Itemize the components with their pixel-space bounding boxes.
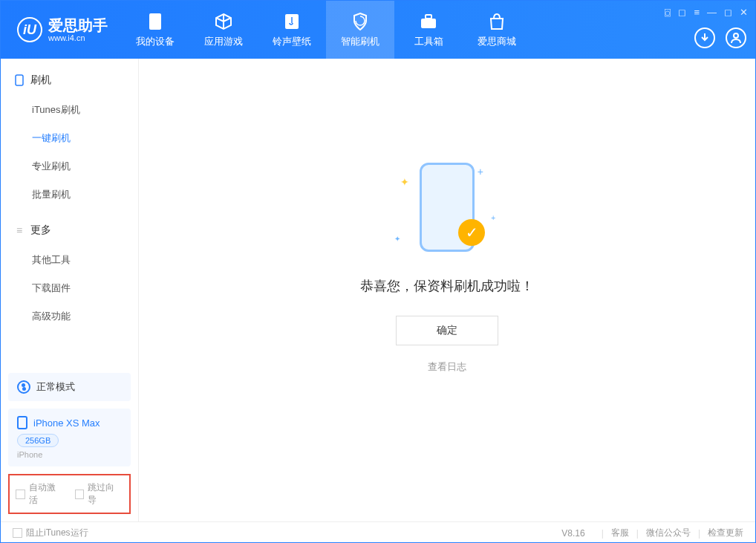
check-circle-icon: ✓ [458, 219, 485, 246]
device-type: iPhone [17, 450, 122, 459]
sparkle-icon: ✦ [400, 176, 409, 188]
logo-area: iU 爱思助手 www.i4.cn [1, 17, 121, 42]
mode-icon [17, 380, 30, 394]
checkbox-block-itunes[interactable]: 阻止iTunes运行 [13, 527, 88, 539]
option-label: 自动激活 [29, 481, 65, 507]
header: iU 爱思助手 www.i4.cn 我的设备 应用游戏 铃声壁纸 智能刷机 工具… [1, 1, 755, 59]
download-button[interactable] [694, 27, 715, 48]
app-url: www.i4.cn [48, 33, 108, 42]
checkbox-icon [13, 528, 22, 538]
checkbox-icon [16, 490, 25, 499]
device-storage: 256GB [17, 434, 59, 447]
ok-button[interactable]: 确定 [396, 316, 498, 345]
success-message: 恭喜您，保资料刷机成功啦！ [360, 277, 534, 295]
checkbox-skip-guide[interactable]: 跳过向导 [75, 481, 124, 507]
nav-smart-flash[interactable]: 智能刷机 [326, 1, 394, 59]
close-button[interactable]: ✕ [740, 7, 748, 18]
svg-rect-0 [149, 13, 161, 30]
main-content: ✓ ✦ + ✦ + 恭喜您，保资料刷机成功啦！ 确定 查看日志 [139, 59, 755, 521]
section-title: 更多 [30, 224, 51, 237]
device-small-icon [17, 416, 27, 429]
body: 刷机 iTunes刷机 一键刷机 专业刷机 批量刷机 ≡ 更多 其他工具 下载固… [1, 59, 755, 521]
maximize-button[interactable]: ◻ [724, 7, 732, 18]
nav-label: 应用游戏 [204, 35, 243, 48]
sidebar-bottom: 正常模式 iPhone XS Max 256GB iPhone 自动激活 跳过向… [1, 365, 138, 521]
option-label: 跳过向导 [88, 481, 123, 507]
phone-icon [14, 75, 25, 85]
block-itunes-label: 阻止iTunes运行 [26, 527, 88, 539]
nav-ringtone-wallpaper[interactable]: 铃声壁纸 [258, 1, 326, 59]
customer-service-link[interactable]: 客服 [611, 527, 629, 539]
user-button[interactable] [726, 27, 746, 48]
menu-icon[interactable]: ≡ [694, 7, 700, 18]
svg-rect-5 [16, 75, 23, 85]
options-row: 自动激活 跳过向导 [8, 474, 131, 514]
svg-rect-3 [426, 15, 431, 19]
sidebar-item-download-firmware[interactable]: 下载固件 [1, 274, 138, 302]
sidebar-section-flash: 刷机 iTunes刷机 一键刷机 专业刷机 批量刷机 [1, 59, 138, 209]
minimize-button[interactable]: — [707, 7, 717, 18]
section-title: 刷机 [30, 74, 51, 87]
sidebar-header-more: ≡ 更多 [1, 219, 138, 241]
device-box[interactable]: iPhone XS Max 256GB iPhone [8, 409, 131, 466]
header-right [694, 27, 746, 48]
sidebar-section-more: ≡ 更多 其他工具 下载固件 高级功能 [1, 209, 138, 331]
device-name-row: iPhone XS Max [17, 416, 122, 429]
logo-text: 爱思助手 www.i4.cn [48, 17, 108, 42]
sidebar-header-flash: 刷机 [1, 69, 138, 91]
mode-label: 正常模式 [36, 380, 75, 394]
check-update-link[interactable]: 检查更新 [708, 527, 743, 539]
logo-icon: iU [17, 17, 42, 42]
sidebar-items-flash: iTunes刷机 一键刷机 专业刷机 批量刷机 [1, 96, 138, 209]
view-log-link[interactable]: 查看日志 [428, 360, 466, 374]
wechat-link[interactable]: 微信公众号 [646, 527, 691, 539]
nav-toolbox[interactable]: 工具箱 [394, 1, 463, 59]
footer-left: 阻止iTunes运行 [13, 527, 88, 539]
music-icon [282, 12, 302, 31]
sparkle-icon: ✦ [394, 235, 400, 243]
footer-right: V8.16 | 客服 | 微信公众号 | 检查更新 [561, 527, 743, 539]
sidebar-items-more: 其他工具 下载固件 高级功能 [1, 246, 138, 331]
feedback-icon[interactable]: ◻ [678, 7, 686, 18]
footer: 阻止iTunes运行 V8.16 | 客服 | 微信公众号 | 检查更新 [1, 521, 755, 543]
mode-box[interactable]: 正常模式 [8, 373, 131, 401]
nav-label: 我的设备 [136, 35, 175, 48]
tshirt-icon[interactable]: ⌼ [665, 7, 671, 18]
divider: | [698, 528, 700, 539]
divider: | [602, 528, 604, 539]
sidebar-item-advanced[interactable]: 高级功能 [1, 302, 138, 331]
sidebar: 刷机 iTunes刷机 一键刷机 专业刷机 批量刷机 ≡ 更多 其他工具 下载固… [1, 59, 139, 521]
sidebar-item-itunes-flash[interactable]: iTunes刷机 [1, 96, 138, 124]
nav-label: 工具箱 [414, 35, 443, 48]
nav-store[interactable]: 爱思商城 [463, 1, 531, 59]
version-label: V8.16 [561, 528, 584, 539]
window-controls: ⌼ ◻ ≡ — ◻ ✕ [665, 7, 748, 18]
main-nav: 我的设备 应用游戏 铃声壁纸 智能刷机 工具箱 爱思商城 [121, 1, 531, 59]
nav-my-device[interactable]: 我的设备 [121, 1, 189, 59]
cube-icon [214, 12, 233, 31]
sparkle-icon: + [478, 166, 483, 178]
nav-label: 爱思商城 [478, 35, 516, 48]
app-title: 爱思助手 [48, 17, 108, 33]
toolbox-icon [419, 12, 438, 31]
sidebar-item-oneclick-flash[interactable]: 一键刷机 [1, 124, 138, 152]
nav-apps-games[interactable]: 应用游戏 [189, 1, 258, 59]
success-illustration: ✓ ✦ + ✦ + [391, 163, 503, 259]
device-name: iPhone XS Max [33, 417, 100, 429]
sidebar-item-pro-flash[interactable]: 专业刷机 [1, 152, 138, 181]
list-icon: ≡ [14, 225, 25, 235]
sidebar-item-batch-flash[interactable]: 批量刷机 [1, 181, 138, 209]
nav-label: 铃声壁纸 [273, 35, 311, 48]
device-icon [146, 12, 165, 31]
sidebar-item-other-tools[interactable]: 其他工具 [1, 246, 138, 274]
svg-rect-2 [421, 19, 436, 28]
nav-label: 智能刷机 [341, 35, 379, 48]
divider: | [636, 528, 639, 539]
checkbox-icon [75, 490, 85, 499]
checkbox-auto-activate[interactable]: 自动激活 [16, 481, 65, 507]
sparkle-icon: + [491, 214, 495, 222]
shield-icon [351, 12, 370, 31]
svg-point-4 [734, 33, 738, 38]
store-icon [487, 12, 506, 31]
